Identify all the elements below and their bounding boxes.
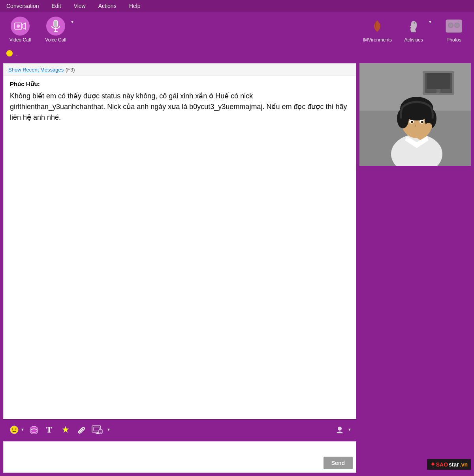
menu-bar: Conversation Edit View Actions Help bbox=[0, 0, 474, 12]
show-recent-bar: Show Recent Messages (F3) bbox=[4, 64, 356, 76]
chat-toolbar: ▼ T bbox=[3, 419, 356, 440]
activities-dropdown-arrow[interactable]: ▼ bbox=[428, 20, 432, 24]
watermark-star-text: star bbox=[449, 461, 459, 468]
font-button[interactable]: T bbox=[43, 423, 56, 436]
status-dot bbox=[6, 50, 13, 56]
voice-call-dropdown-arrow[interactable]: ▼ bbox=[70, 20, 74, 24]
menu-actions[interactable]: Actions bbox=[96, 1, 119, 11]
wink-button[interactable] bbox=[28, 423, 40, 436]
chat-panel: Show Recent Messages (F3) Phúc Hữu: Khôn… bbox=[0, 60, 359, 476]
photos-icon bbox=[444, 17, 463, 36]
imvironments-button[interactable]: IMVironments bbox=[363, 17, 392, 43]
svg-rect-20 bbox=[94, 427, 99, 431]
screenshare-button[interactable] bbox=[91, 423, 103, 436]
voice-call-label: Voice Call bbox=[45, 37, 66, 43]
more-tools-arrow[interactable]: ▼ bbox=[107, 427, 111, 432]
svg-point-11 bbox=[455, 23, 459, 27]
svg-point-2 bbox=[17, 24, 20, 28]
right-lower: ✦ SAO star .vn bbox=[359, 166, 471, 473]
svg-point-26 bbox=[338, 427, 342, 431]
watermark: ✦ SAO star .vn bbox=[427, 459, 471, 470]
menu-conversation[interactable]: Conversation bbox=[4, 1, 41, 11]
svg-rect-3 bbox=[54, 20, 58, 27]
svg-point-14 bbox=[15, 428, 17, 429]
svg-rect-31 bbox=[427, 73, 450, 89]
sender-name: Phúc Hữu: bbox=[10, 81, 350, 88]
contact-button[interactable] bbox=[333, 423, 346, 436]
voice-call-icon bbox=[46, 17, 65, 36]
svg-marker-18 bbox=[62, 426, 69, 433]
activities-label: Activities bbox=[404, 37, 423, 43]
svg-point-13 bbox=[12, 428, 13, 429]
message-content: Phúc Hữu: Không biết em có thấy được sta… bbox=[4, 76, 356, 419]
emoji-button[interactable] bbox=[8, 423, 21, 436]
video-call-label: Video Call bbox=[9, 37, 31, 43]
menu-edit[interactable]: Edit bbox=[49, 1, 64, 11]
main-area: Show Recent Messages (F3) Phúc Hữu: Khôn… bbox=[0, 60, 474, 476]
right-panel: ✦ SAO star .vn bbox=[359, 60, 474, 476]
menu-help[interactable]: Help bbox=[127, 1, 143, 11]
video-call-icon bbox=[11, 17, 30, 36]
priority-button[interactable] bbox=[59, 423, 72, 436]
svg-point-6 bbox=[414, 22, 415, 24]
watermark-star: ✦ bbox=[430, 461, 435, 468]
show-recent-link[interactable]: Show Recent Messages bbox=[8, 67, 64, 73]
webcam-area bbox=[359, 63, 471, 166]
send-button-wrap: Send bbox=[320, 442, 356, 472]
send-button[interactable]: Send bbox=[324, 457, 353, 469]
message-text: Không biết em có thấy được status này kh… bbox=[10, 91, 350, 123]
svg-point-37 bbox=[397, 109, 409, 128]
imvironments-icon bbox=[368, 17, 387, 36]
menu-view[interactable]: View bbox=[71, 1, 88, 11]
chat-toolbar-right: ▼ bbox=[333, 423, 352, 436]
watermark-domain: .vn bbox=[460, 461, 468, 468]
attachment-button[interactable] bbox=[75, 423, 88, 436]
activities-icon bbox=[404, 17, 423, 36]
status-text: . bbox=[16, 49, 18, 58]
contact-dropdown-arrow[interactable]: ▼ bbox=[348, 427, 352, 432]
svg-point-42 bbox=[421, 121, 423, 123]
voice-call-button[interactable]: Voice Call bbox=[42, 17, 70, 43]
status-bar: . bbox=[0, 47, 474, 60]
svg-marker-1 bbox=[22, 23, 26, 29]
svg-point-41 bbox=[411, 121, 413, 123]
watermark-sao: SAO bbox=[436, 461, 448, 468]
input-area: Send bbox=[3, 441, 356, 473]
svg-rect-32 bbox=[436, 89, 440, 93]
show-recent-shortcut: (F3) bbox=[66, 67, 75, 73]
svg-text:T: T bbox=[46, 425, 52, 434]
svg-rect-23 bbox=[99, 429, 102, 434]
video-call-button[interactable]: Video Call bbox=[6, 17, 34, 43]
imvironments-label: IMVironments bbox=[363, 37, 392, 43]
toolbar: Video Call Voice Call ▼ I bbox=[0, 12, 474, 47]
emoji-dropdown-arrow[interactable]: ▼ bbox=[21, 427, 24, 432]
activities-button[interactable]: Activities bbox=[400, 17, 427, 43]
photos-label: Photos bbox=[446, 37, 461, 43]
messages-area: Show Recent Messages (F3) Phúc Hữu: Khôn… bbox=[3, 63, 356, 419]
svg-point-10 bbox=[449, 23, 453, 27]
svg-point-12 bbox=[10, 426, 18, 434]
photos-button[interactable]: Photos bbox=[440, 17, 468, 43]
message-input[interactable] bbox=[4, 442, 320, 472]
